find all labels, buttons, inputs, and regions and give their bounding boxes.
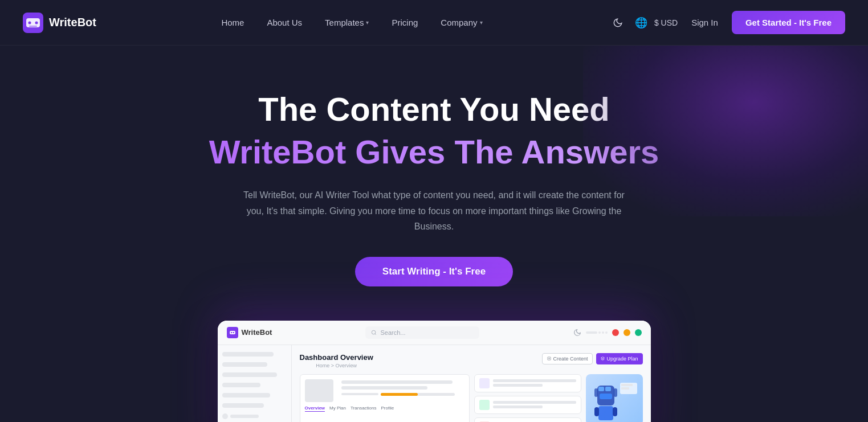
hero-description: Tell WriteBot, our AI Writer Tool what t…	[241, 187, 628, 234]
tab-profile[interactable]: Profile	[381, 405, 394, 412]
nav-templates[interactable]: Templates ▾	[315, 13, 379, 32]
small-card-1	[474, 374, 581, 392]
svg-point-7	[233, 332, 234, 333]
sidebar-item	[222, 393, 271, 398]
svg-rect-12	[605, 387, 611, 391]
card-line	[341, 380, 453, 384]
nav-links: Home About Us Templates ▾ Pricing Compan…	[211, 13, 492, 32]
close-dot	[612, 329, 619, 336]
logo[interactable]: WriteBot	[23, 13, 96, 33]
small-cards	[474, 374, 581, 422]
progress-bar	[381, 393, 455, 396]
sidebar-item	[222, 362, 267, 367]
upgrade-icon	[601, 357, 605, 360]
nav-right: 🌐 $ USD Sign In Get Started - It's Free	[608, 11, 845, 34]
svg-rect-14	[594, 388, 598, 397]
currency-label: $ USD	[654, 18, 678, 27]
svg-rect-15	[614, 388, 617, 397]
templates-chevron-icon: ▾	[366, 19, 369, 26]
window-titlebar: WriteBot Search...	[218, 321, 651, 345]
main-content-card: Overview My Plan Transactions Profile	[300, 374, 470, 422]
svg-rect-17	[594, 407, 599, 416]
dashboard-cards: Overview My Plan Transactions Profile	[300, 374, 643, 422]
search-icon	[371, 330, 377, 335]
svg-rect-18	[613, 407, 617, 416]
nav-pricing[interactable]: Pricing	[381, 13, 428, 32]
dashboard-sidebar	[218, 345, 292, 422]
dashboard-illustration	[586, 374, 643, 422]
svg-rect-5	[230, 331, 235, 334]
small-card-2	[474, 396, 581, 414]
dashboard-main: Dashboard Overview Home > Overview Creat…	[292, 345, 651, 422]
moon-icon	[613, 18, 623, 28]
minimize-dot	[624, 329, 630, 336]
svg-rect-20	[621, 384, 633, 386]
small-card-3	[474, 417, 581, 422]
window-logo-icon	[227, 327, 238, 338]
maximize-dot	[635, 329, 642, 336]
sidebar-item	[222, 383, 261, 387]
flag-icon: 🌐	[635, 17, 647, 29]
dashboard-actions: Create Content Upgrade Plan	[542, 353, 642, 364]
dashboard-breadcrumb: Home > Overview	[300, 363, 373, 368]
hero-title-purple: WriteBot Gives The Answers	[23, 132, 845, 172]
create-content-button[interactable]: Create Content	[542, 353, 593, 364]
svg-point-2	[28, 21, 31, 24]
dashboard-header: Dashboard Overview Home > Overview Creat…	[300, 353, 643, 368]
moon-small-icon	[573, 329, 581, 337]
window-search[interactable]: Search...	[365, 326, 479, 339]
sidebar-item	[222, 352, 274, 357]
dashboard-tabs: Overview My Plan Transactions Profile	[305, 405, 465, 412]
upgrade-plan-button[interactable]: Upgrade Plan	[596, 353, 642, 364]
sign-in-button[interactable]: Sign In	[684, 13, 725, 32]
svg-rect-16	[598, 406, 613, 420]
card-line	[341, 393, 378, 395]
card-icon-purple	[479, 378, 490, 388]
window-controls	[573, 329, 642, 337]
sidebar-item	[222, 372, 277, 377]
svg-rect-21	[621, 387, 629, 390]
dashboard-content: Dashboard Overview Home > Overview Creat…	[218, 345, 651, 422]
logo-text: WriteBot	[49, 16, 96, 29]
get-started-button[interactable]: Get Started - It's Free	[732, 11, 845, 34]
svg-point-3	[35, 21, 38, 24]
window-logo: WriteBot	[227, 327, 272, 338]
svg-point-8	[372, 330, 376, 334]
tab-overview[interactable]: Overview	[305, 405, 325, 412]
svg-rect-13	[600, 394, 612, 399]
language-selector[interactable]: 🌐	[635, 17, 647, 29]
illustration-svg	[586, 374, 643, 422]
sidebar-item	[222, 403, 264, 408]
nav-about[interactable]: About Us	[256, 13, 312, 32]
svg-rect-4	[29, 26, 37, 27]
svg-rect-11	[598, 387, 604, 391]
create-icon	[547, 357, 551, 360]
start-writing-button[interactable]: Start Writing - It's Free	[355, 257, 513, 286]
card-line	[341, 386, 428, 390]
nav-company[interactable]: Company ▾	[430, 13, 492, 32]
currency-selector[interactable]: $ USD	[654, 18, 678, 27]
nav-home[interactable]: Home	[211, 13, 254, 32]
tab-transactions[interactable]: Transactions	[351, 405, 377, 412]
svg-point-6	[231, 332, 232, 333]
hero-title-white: The Content You Need	[23, 91, 845, 128]
card-image	[305, 379, 333, 402]
dashboard-preview: WriteBot Search...	[218, 321, 651, 422]
hero-section: The Content You Need WriteBot Gives The …	[0, 46, 868, 422]
navbar: WriteBot Home About Us Templates ▾ Prici…	[0, 0, 868, 46]
company-chevron-icon: ▾	[480, 19, 483, 26]
card-icon-green	[479, 400, 490, 410]
dashboard-window: WriteBot Search...	[218, 321, 651, 422]
tab-myplan[interactable]: My Plan	[329, 405, 346, 412]
writebot-logo-icon	[23, 13, 43, 33]
dark-mode-toggle[interactable]	[608, 13, 628, 33]
dashboard-title: Dashboard Overview	[300, 353, 373, 362]
